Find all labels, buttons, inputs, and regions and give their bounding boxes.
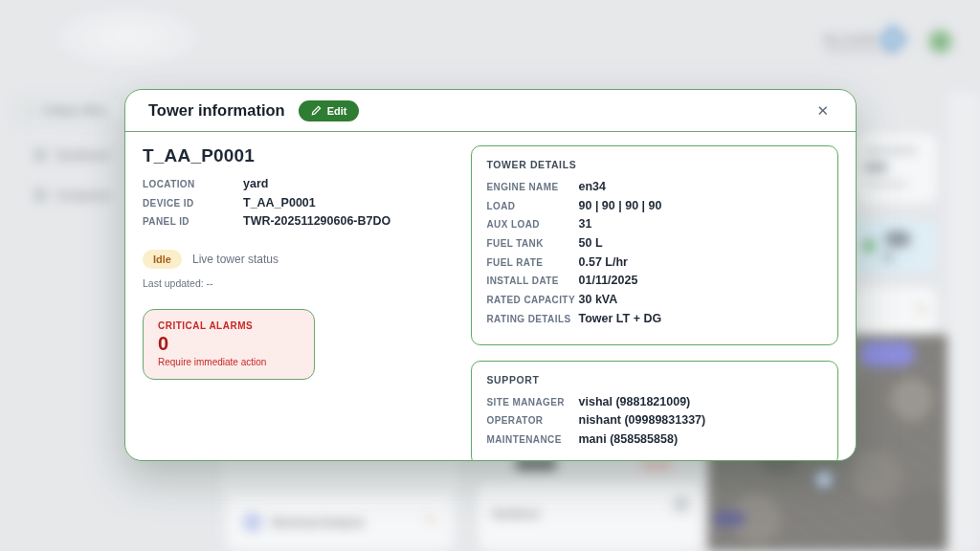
critical-alarms-count: 0	[158, 333, 300, 354]
detail-label: RATED CAPACITY	[487, 295, 579, 305]
detail-row-fuel-tank: FUEL TANK 50 L	[487, 236, 823, 255]
detail-row-rated-capacity: RATED CAPACITY 30 kVA	[487, 293, 823, 312]
detail-label: FUEL RATE	[487, 257, 579, 268]
info-row-location: LOCATION yard	[143, 177, 454, 196]
support-row-operator: OPERATOR nishant (09989831337)	[487, 413, 823, 432]
support-label: OPERATOR	[487, 415, 579, 426]
support-label: MAINTENANCE	[487, 434, 579, 445]
pencil-icon	[311, 105, 322, 116]
detail-row-aux-load: AUX LOAD 31	[487, 217, 823, 236]
detail-row-rating-details: RATING DETAILS Tower LT + DG	[487, 312, 823, 331]
info-value: yard	[243, 177, 268, 190]
tower-details-panel: TOWER DETAILS ENGINE NAME en34 LOAD 90 |…	[471, 145, 839, 345]
support-title: SUPPORT	[487, 374, 823, 386]
tower-details-column: TOWER DETAILS ENGINE NAME en34 LOAD 90 |…	[471, 145, 839, 461]
detail-value: 01/11/2025	[579, 274, 638, 287]
support-rows: SITE MANAGER vishal (9881821009) OPERATO…	[487, 395, 823, 452]
tower-information-modal: Tower information Edit ✕ T_AA_P0001 LOCA…	[124, 89, 857, 461]
modal-title: Tower information	[148, 101, 285, 120]
support-row-site-manager: SITE MANAGER vishal (9881821009)	[487, 395, 823, 414]
modal-body: T_AA_P0001 LOCATION yard DEVICE ID T_AA_…	[125, 132, 856, 461]
tower-name: T_AA_P0001	[143, 145, 454, 166]
critical-alarms-note: Require immediate action	[158, 357, 300, 367]
info-row-panel-id: PANEL ID TWR-202511290606-B7DO	[143, 214, 454, 233]
live-status-row: Idle Live tower status	[143, 250, 454, 269]
support-label: SITE MANAGER	[487, 397, 579, 408]
detail-value: 30 kVA	[579, 293, 618, 306]
detail-label: FUEL TANK	[487, 238, 579, 249]
tower-info-rows: LOCATION yard DEVICE ID T_AA_P0001 PANEL…	[143, 177, 454, 233]
support-row-maintenance: MAINTENANCE mani (858585858)	[487, 432, 823, 452]
info-row-device-id: DEVICE ID T_AA_P0001	[143, 196, 454, 215]
live-status-label: Live tower status	[192, 253, 278, 266]
support-value: nishant (09989831337)	[579, 413, 706, 427]
info-value: T_AA_P0001	[243, 196, 316, 209]
info-value: TWR-202511290606-B7DO	[243, 214, 390, 228]
modal-header: Tower information Edit ✕	[125, 90, 856, 132]
detail-value: Tower LT + DG	[579, 312, 662, 325]
tower-details-title: TOWER DETAILS	[487, 159, 823, 170]
detail-label: ENGINE NAME	[487, 182, 579, 192]
status-badge: Idle	[143, 250, 182, 269]
detail-label: INSTALL DATE	[487, 276, 579, 286]
detail-row-load: LOAD 90 | 90 | 90 | 90	[487, 199, 823, 218]
support-value: vishal (9881821009)	[579, 395, 691, 408]
tower-summary-column: T_AA_P0001 LOCATION yard DEVICE ID T_AA_…	[143, 145, 454, 461]
detail-row-fuel-rate: FUEL RATE 0.57 L/hr	[487, 255, 823, 275]
detail-value: 50 L	[579, 236, 603, 250]
tower-details-rows: ENGINE NAME en34 LOAD 90 | 90 | 90 | 90 …	[487, 180, 823, 331]
critical-alarms-title: CRITICAL ALARMS	[158, 320, 300, 331]
last-updated-text: Last updated: --	[143, 277, 454, 289]
detail-value: en34	[579, 180, 607, 193]
edit-button[interactable]: Edit	[299, 100, 360, 121]
detail-value: 90 | 90 | 90 | 90	[579, 199, 662, 212]
support-panel: SUPPORT SITE MANAGER vishal (9881821009)…	[471, 361, 839, 462]
info-label: LOCATION	[143, 179, 243, 189]
detail-value: 0.57 L/hr	[579, 255, 628, 269]
info-label: PANEL ID	[143, 216, 243, 227]
detail-label: RATING DETAILS	[487, 314, 579, 324]
support-value: mani (858585858)	[579, 432, 679, 446]
detail-row-install-date: INSTALL DATE 01/11/2025	[487, 274, 823, 293]
edit-button-label: Edit	[327, 105, 347, 117]
info-label: DEVICE ID	[143, 198, 243, 209]
detail-label: LOAD	[487, 201, 579, 211]
critical-alarms-card: CRITICAL ALARMS 0 Require immediate acti…	[143, 309, 315, 380]
detail-row-engine-name: ENGINE NAME en34	[487, 180, 823, 199]
detail-value: 31	[579, 217, 592, 231]
close-button[interactable]: ✕	[813, 99, 833, 121]
app-screen: ELIXIR Collapse Menu Dashboard Companies	[0, 0, 980, 551]
detail-label: AUX LOAD	[487, 219, 579, 230]
